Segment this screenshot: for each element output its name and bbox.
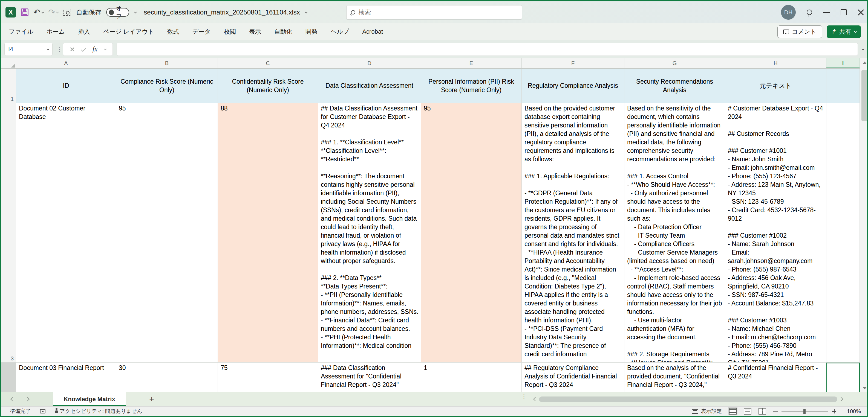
sheet-nav-right-icon[interactable] [26, 397, 30, 402]
tab-data[interactable]: データ [192, 28, 211, 36]
name-box[interactable]: I4 [4, 43, 53, 56]
insert-function-icon[interactable]: fx [93, 45, 97, 53]
add-sheet-button[interactable]: + [146, 394, 157, 405]
row-header-4[interactable] [1, 362, 16, 392]
zoom-out-icon[interactable] [773, 411, 778, 412]
horizontal-scrollbar[interactable] [532, 392, 867, 406]
sheet-tab-knowledge-matrix[interactable]: Knowledge Matrix [53, 392, 126, 406]
tab-view[interactable]: 表示 [249, 28, 261, 36]
scroll-down-icon[interactable] [863, 387, 867, 389]
cell-E4[interactable]: 1 [421, 362, 522, 392]
undo-icon[interactable]: ↶ [33, 8, 40, 16]
cell-G3[interactable]: Based on the sensitivity of the document… [624, 103, 725, 362]
screenshot-icon[interactable] [63, 9, 71, 16]
column-header-g[interactable]: G [624, 58, 725, 68]
cell-I4-active[interactable] [827, 362, 860, 392]
quick-access-chevron-icon[interactable] [134, 11, 137, 13]
hscroll-left-icon[interactable] [533, 397, 537, 402]
column-header-d[interactable]: D [318, 58, 421, 68]
cancel-entry-icon[interactable] [70, 47, 75, 52]
excel-logo-icon[interactable]: X [5, 7, 16, 18]
column-header-c[interactable]: C [218, 58, 318, 68]
accessibility-status[interactable]: アクセシビリティ: 問題ありません [60, 408, 142, 415]
file-name[interactable]: security_classification_matrix_20250801_… [144, 8, 300, 16]
tab-page-layout[interactable]: ページ レイアウト [103, 28, 154, 36]
cell-F4[interactable]: ## Regulatory Compliance Analysis of Con… [522, 362, 624, 392]
cell-D1[interactable]: Data Classification Assessment [318, 69, 421, 103]
formula-input[interactable] [117, 43, 858, 56]
cell-G4[interactable]: Based on the analysis of the provided do… [624, 362, 725, 392]
cell-D4[interactable]: ### Data Classification Assessment for "… [318, 362, 421, 392]
cell-I1[interactable] [827, 69, 860, 103]
cell-H4[interactable]: # Confidential Financial Report - Q3 202… [725, 362, 827, 392]
page-break-view-icon[interactable] [758, 408, 766, 415]
tab-help[interactable]: ヘルプ [331, 28, 349, 36]
minimize-button[interactable] [823, 12, 830, 13]
column-header-i-selected[interactable]: I [827, 58, 860, 68]
display-settings-label[interactable]: 表示設定 [701, 408, 722, 415]
column-header-e[interactable]: E [421, 58, 522, 68]
autosave-toggle[interactable]: オフ [106, 8, 129, 17]
undo-chevron-icon[interactable] [41, 11, 44, 13]
zoom-level[interactable]: 100% [843, 408, 861, 415]
vertical-scrollbar[interactable] [860, 58, 867, 392]
cell-B1[interactable]: Compliance Risk Score (Numeric Only) [116, 69, 218, 103]
cell-C4[interactable]: 75 [218, 362, 318, 392]
file-name-chevron-icon[interactable] [305, 11, 308, 13]
row-header-1[interactable]: 1 [1, 69, 16, 103]
select-all-corner[interactable] [1, 58, 16, 68]
formula-bar-expand-icon[interactable] [862, 47, 864, 50]
name-box-chevron-icon[interactable] [47, 47, 50, 50]
lightbulb-icon[interactable] [807, 9, 812, 15]
cell-E1[interactable]: Personal Information (PII) Risk Score (N… [421, 69, 522, 103]
sheet-nav-left-icon[interactable] [10, 397, 15, 402]
tab-developer[interactable]: 開発 [306, 28, 317, 36]
maximize-button[interactable] [841, 9, 847, 15]
normal-view-icon[interactable] [729, 408, 737, 415]
tab-automate[interactable]: 自動化 [274, 28, 292, 36]
cell-A4[interactable]: Document 03 Financial Report [16, 362, 116, 392]
tab-review[interactable]: 校閲 [224, 28, 236, 36]
tab-formulas[interactable]: 数式 [167, 28, 179, 36]
cell-A1[interactable]: ID [16, 69, 116, 103]
row-header-3[interactable]: 3 [1, 103, 16, 362]
scroll-up-icon[interactable] [863, 62, 867, 64]
redo-icon[interactable]: ↷ [48, 8, 55, 16]
tab-home[interactable]: ホーム [46, 28, 65, 36]
avatar[interactable]: DH [781, 5, 796, 20]
cell-B4[interactable]: 30 [116, 362, 218, 392]
confirm-entry-icon[interactable] [81, 47, 86, 52]
tab-insert[interactable]: 挿入 [78, 28, 90, 36]
cell-D3[interactable]: ## Data Classification Assessment for Cu… [318, 103, 421, 362]
column-header-h[interactable]: H [725, 58, 827, 68]
tab-scrollbar-divider-icon[interactable]: ⋮ [521, 395, 527, 397]
cell-C1[interactable]: Confidentiality Risk Score (Numeric Only… [218, 69, 318, 103]
function-chevron-icon[interactable] [104, 47, 107, 50]
cell-A3[interactable]: Document 02 Customer Database [16, 103, 116, 362]
cell-C3[interactable]: 88 [218, 103, 318, 362]
cell-H3[interactable]: # Customer Database Export - Q4 2024 ## … [725, 103, 827, 362]
column-header-a[interactable]: A [16, 58, 116, 68]
cell-E3[interactable]: 95 [421, 103, 522, 362]
page-layout-view-icon[interactable] [744, 408, 751, 415]
hscroll-right-icon[interactable] [839, 397, 843, 402]
formula-bar-grip-icon[interactable]: ⋮ [56, 48, 59, 50]
search-box[interactable] [346, 5, 522, 20]
save-icon[interactable] [21, 8, 28, 16]
cell-F3[interactable]: Based on the provided customer database … [522, 103, 624, 362]
comments-button[interactable]: コメント [777, 26, 822, 38]
horizontal-scrollbar-thumb[interactable] [539, 396, 837, 402]
cell-G1[interactable]: Security Recommendations Analysis [624, 69, 725, 103]
search-input[interactable] [359, 9, 517, 16]
zoom-slider[interactable] [781, 411, 828, 412]
column-header-b[interactable]: B [116, 58, 218, 68]
cell-I3[interactable] [827, 103, 860, 362]
tab-file[interactable]: ファイル [9, 28, 33, 36]
vertical-scrollbar-thumb[interactable] [862, 70, 868, 121]
cell-B3[interactable]: 95 [116, 103, 218, 362]
tab-acrobat[interactable]: Acrobat [362, 28, 383, 35]
cell-H1[interactable]: 元テキスト [725, 69, 827, 103]
cell-F1[interactable]: Regulatory Compliance Analysis [522, 69, 624, 103]
column-header-f[interactable]: F [522, 58, 624, 68]
zoom-slider-thumb[interactable] [803, 409, 806, 414]
